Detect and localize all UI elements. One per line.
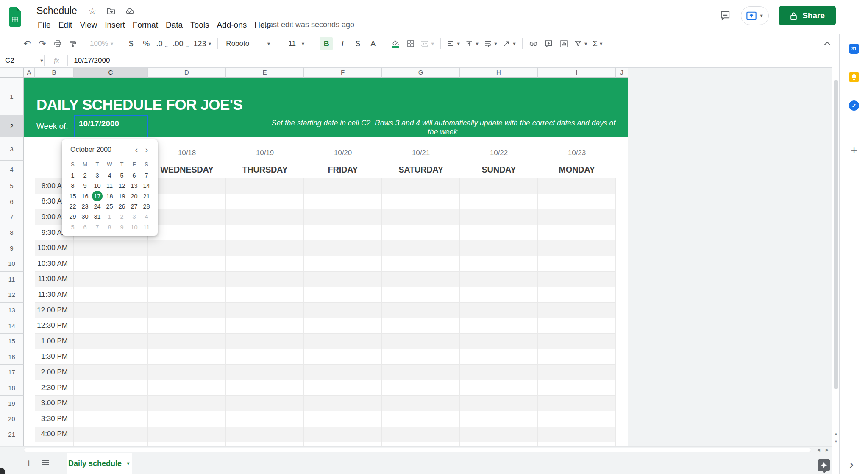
cell-F6[interactable] xyxy=(304,194,382,210)
cell-F12[interactable] xyxy=(304,287,382,303)
cell-H19[interactable] xyxy=(460,396,538,411)
calendar-day[interactable]: 9 xyxy=(116,222,128,232)
get-add-ons-icon[interactable]: + xyxy=(848,144,860,156)
cell-C15[interactable] xyxy=(74,334,148,349)
row-header-12[interactable]: 12 xyxy=(0,287,24,303)
row-header-9[interactable]: 9 xyxy=(0,240,24,256)
calendar-day[interactable]: 6 xyxy=(79,222,91,232)
present-button[interactable]: ▼ xyxy=(741,6,769,25)
cell-H8[interactable] xyxy=(460,225,538,241)
calendar-day[interactable]: 2 xyxy=(79,170,91,181)
calendar-day[interactable]: 3 xyxy=(128,212,140,222)
tasks-icon[interactable]: ✓ xyxy=(849,100,859,111)
cell-E16[interactable] xyxy=(226,349,304,365)
comment-history-icon[interactable] xyxy=(720,10,731,21)
cell-F8[interactable] xyxy=(304,225,382,241)
cell-E11[interactable] xyxy=(226,272,304,287)
cell-I19[interactable] xyxy=(538,396,616,411)
cell-E15[interactable] xyxy=(226,334,304,349)
cell-H17[interactable] xyxy=(460,365,538,380)
cell-I10[interactable] xyxy=(538,256,616,272)
cell-B12[interactable]: 11:30 AM xyxy=(35,287,74,303)
calendar-day[interactable]: 23 xyxy=(79,201,91,212)
calendar-icon[interactable]: 31 xyxy=(849,44,859,54)
cell-I8[interactable] xyxy=(538,225,616,241)
calendar-day[interactable]: 29 xyxy=(67,212,79,222)
cell-B19[interactable]: 3:00 PM xyxy=(35,396,74,411)
vertical-scrollbar[interactable]: ▲ ▼ xyxy=(832,68,839,446)
row-header-partial[interactable] xyxy=(0,442,24,446)
keep-icon[interactable] xyxy=(849,72,859,82)
cell-H5[interactable] xyxy=(460,178,538,194)
print-button[interactable] xyxy=(52,37,63,50)
format-currency-button[interactable]: $ xyxy=(125,37,136,50)
filter-button[interactable]: ▼ xyxy=(574,37,588,50)
date-cell[interactable]: 10/18 xyxy=(148,147,226,159)
menu-edit[interactable]: Edit xyxy=(55,19,76,31)
week-of-label[interactable]: Week of: xyxy=(36,122,68,131)
calendar-day[interactable]: 31 xyxy=(91,212,103,222)
calendar-day[interactable]: 14 xyxy=(140,181,153,191)
cell-I20[interactable] xyxy=(538,411,616,427)
cell-E12[interactable] xyxy=(226,287,304,303)
cell-B22[interactable] xyxy=(35,442,74,446)
row-header-8[interactable]: 8 xyxy=(0,225,24,241)
cell-D18[interactable] xyxy=(148,380,226,396)
cell-D20[interactable] xyxy=(148,411,226,427)
calendar-day[interactable]: 11 xyxy=(103,181,116,191)
cell-F7[interactable] xyxy=(304,209,382,225)
cell-H11[interactable] xyxy=(460,272,538,287)
cell-G16[interactable] xyxy=(382,349,460,365)
cell-G22[interactable] xyxy=(382,442,460,446)
cell-G6[interactable] xyxy=(382,194,460,210)
add-sheet-button[interactable]: + xyxy=(22,456,36,470)
cell-C17[interactable] xyxy=(74,365,148,380)
row-header-11[interactable]: 11 xyxy=(0,272,24,287)
cell-D14[interactable] xyxy=(148,318,226,334)
cell-F15[interactable] xyxy=(304,334,382,349)
calendar-day[interactable]: 30 xyxy=(79,212,91,222)
cell-D10[interactable] xyxy=(148,256,226,272)
italic-button[interactable]: I xyxy=(337,37,348,50)
date-cell[interactable]: 10/22 xyxy=(460,147,538,159)
cell-I14[interactable] xyxy=(538,318,616,334)
cell-F13[interactable] xyxy=(304,303,382,318)
cell-H18[interactable] xyxy=(460,380,538,396)
cell-G20[interactable] xyxy=(382,411,460,427)
cell-E10[interactable] xyxy=(226,256,304,272)
cell-F17[interactable] xyxy=(304,365,382,380)
insert-comment-button[interactable] xyxy=(543,37,554,50)
increase-decimal-button[interactable]: .00→ xyxy=(172,37,189,50)
explore-button[interactable] xyxy=(818,459,830,471)
horizontal-scrollbar[interactable]: ◀ ▶ xyxy=(0,446,832,453)
cell-I13[interactable] xyxy=(538,303,616,318)
cell-F20[interactable] xyxy=(304,411,382,427)
calendar-day[interactable]: 4 xyxy=(140,212,153,222)
cell-E21[interactable] xyxy=(226,427,304,443)
cell-H9[interactable] xyxy=(460,240,538,256)
menu-format[interactable]: Format xyxy=(129,19,162,31)
cell-I6[interactable] xyxy=(538,194,616,210)
column-header-H[interactable]: H xyxy=(460,68,538,78)
column-header-A[interactable]: A xyxy=(24,68,35,78)
cell-B9[interactable]: 10:00 AM xyxy=(35,240,74,256)
menu-insert[interactable]: Insert xyxy=(101,19,129,31)
cell-I5[interactable] xyxy=(538,178,616,194)
cell-B11[interactable]: 11:00 AM xyxy=(35,272,74,287)
cell-D9[interactable] xyxy=(148,240,226,256)
cell-D19[interactable] xyxy=(148,396,226,411)
menu-data[interactable]: Data xyxy=(162,19,186,31)
calendar-day[interactable]: 25 xyxy=(103,201,116,212)
cell-B13[interactable]: 12:00 PM xyxy=(35,303,74,318)
calendar-day[interactable]: 24 xyxy=(91,201,103,212)
calendar-day[interactable]: 7 xyxy=(91,222,103,232)
prev-month-button[interactable]: ‹ xyxy=(131,145,142,154)
calendar-day[interactable]: 15 xyxy=(67,191,79,201)
cell-I16[interactable] xyxy=(538,349,616,365)
select-all-corner[interactable] xyxy=(0,68,24,78)
star-icon[interactable]: ☆ xyxy=(87,6,98,17)
insert-chart-button[interactable] xyxy=(559,37,570,50)
calendar-day-selected[interactable]: 17 xyxy=(91,191,103,201)
day-name-cell[interactable]: WEDNESDAY xyxy=(148,161,226,178)
decrease-decimal-button[interactable]: .0← xyxy=(156,37,168,50)
